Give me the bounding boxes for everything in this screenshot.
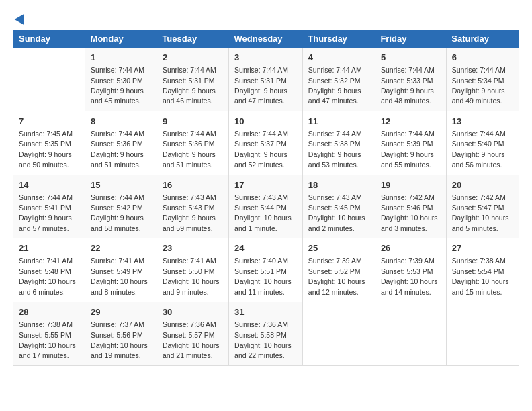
day-info: Sunrise: 7:44 AM Sunset: 5:31 PM Dayligh… bbox=[163, 66, 216, 105]
day-info: Sunrise: 7:44 AM Sunset: 5:32 PM Dayligh… bbox=[308, 66, 362, 105]
day-header-saturday: Saturday bbox=[446, 30, 519, 48]
day-info: Sunrise: 7:38 AM Sunset: 5:55 PM Dayligh… bbox=[19, 320, 76, 359]
day-number: 6 bbox=[452, 52, 513, 64]
calendar-cell: 17Sunrise: 7:43 AM Sunset: 5:44 PM Dayli… bbox=[229, 175, 303, 238]
calendar-cell: 6Sunrise: 7:44 AM Sunset: 5:34 PM Daylig… bbox=[446, 48, 519, 111]
day-number: 22 bbox=[91, 242, 151, 255]
day-info: Sunrise: 7:44 AM Sunset: 5:37 PM Dayligh… bbox=[234, 130, 288, 169]
day-number: 31 bbox=[234, 306, 297, 318]
day-info: Sunrise: 7:39 AM Sunset: 5:53 PM Dayligh… bbox=[381, 257, 438, 295]
calendar-cell: 11Sunrise: 7:44 AM Sunset: 5:38 PM Dayli… bbox=[302, 111, 375, 175]
calendar-cell: 4Sunrise: 7:44 AM Sunset: 5:32 PM Daylig… bbox=[302, 48, 375, 111]
day-info: Sunrise: 7:45 AM Sunset: 5:35 PM Dayligh… bbox=[19, 130, 73, 169]
page-header bbox=[13, 13, 519, 23]
day-info: Sunrise: 7:42 AM Sunset: 5:46 PM Dayligh… bbox=[381, 193, 438, 232]
day-header-wednesday: Wednesday bbox=[229, 30, 303, 48]
calendar-cell: 27Sunrise: 7:38 AM Sunset: 5:54 PM Dayli… bbox=[446, 238, 519, 302]
day-info: Sunrise: 7:43 AM Sunset: 5:45 PM Dayligh… bbox=[308, 193, 365, 232]
calendar-cell: 22Sunrise: 7:41 AM Sunset: 5:49 PM Dayli… bbox=[85, 238, 157, 302]
day-number: 7 bbox=[19, 116, 79, 128]
day-number: 27 bbox=[452, 242, 513, 255]
calendar-cell: 9Sunrise: 7:44 AM Sunset: 5:36 PM Daylig… bbox=[157, 111, 228, 175]
day-info: Sunrise: 7:44 AM Sunset: 5:42 PM Dayligh… bbox=[91, 193, 144, 232]
logo-triangle-icon bbox=[15, 11, 29, 25]
day-number: 18 bbox=[308, 179, 369, 191]
day-number: 29 bbox=[91, 306, 151, 318]
day-info: Sunrise: 7:44 AM Sunset: 5:33 PM Dayligh… bbox=[381, 66, 435, 105]
day-number: 21 bbox=[19, 242, 79, 255]
day-number: 5 bbox=[381, 52, 441, 64]
calendar-cell: 23Sunrise: 7:41 AM Sunset: 5:50 PM Dayli… bbox=[157, 238, 228, 302]
day-number: 17 bbox=[234, 179, 297, 191]
calendar-cell: 18Sunrise: 7:43 AM Sunset: 5:45 PM Dayli… bbox=[302, 175, 375, 238]
day-header-friday: Friday bbox=[375, 30, 446, 48]
day-info: Sunrise: 7:41 AM Sunset: 5:49 PM Dayligh… bbox=[91, 257, 148, 295]
calendar-cell: 19Sunrise: 7:42 AM Sunset: 5:46 PM Dayli… bbox=[375, 175, 446, 238]
day-info: Sunrise: 7:44 AM Sunset: 5:40 PM Dayligh… bbox=[452, 130, 506, 169]
calendar-cell: 20Sunrise: 7:42 AM Sunset: 5:47 PM Dayli… bbox=[446, 175, 519, 238]
calendar-cell: 12Sunrise: 7:44 AM Sunset: 5:39 PM Dayli… bbox=[375, 111, 446, 175]
calendar-cell bbox=[302, 302, 375, 366]
calendar-cell bbox=[446, 302, 519, 366]
week-row-3: 14Sunrise: 7:44 AM Sunset: 5:41 PM Dayli… bbox=[13, 175, 519, 238]
calendar-cell: 1Sunrise: 7:44 AM Sunset: 5:30 PM Daylig… bbox=[85, 48, 157, 111]
calendar-header-row: SundayMondayTuesdayWednesdayThursdayFrid… bbox=[13, 30, 519, 48]
calendar-cell: 26Sunrise: 7:39 AM Sunset: 5:53 PM Dayli… bbox=[375, 238, 446, 302]
calendar-cell bbox=[13, 48, 85, 111]
calendar-cell: 13Sunrise: 7:44 AM Sunset: 5:40 PM Dayli… bbox=[446, 111, 519, 175]
day-info: Sunrise: 7:43 AM Sunset: 5:43 PM Dayligh… bbox=[163, 193, 216, 232]
day-info: Sunrise: 7:44 AM Sunset: 5:36 PM Dayligh… bbox=[163, 130, 216, 169]
day-number: 28 bbox=[19, 306, 79, 318]
day-number: 23 bbox=[163, 242, 223, 255]
day-info: Sunrise: 7:41 AM Sunset: 5:50 PM Dayligh… bbox=[163, 257, 220, 295]
day-header-thursday: Thursday bbox=[302, 30, 375, 48]
day-info: Sunrise: 7:44 AM Sunset: 5:34 PM Dayligh… bbox=[452, 66, 506, 105]
logo bbox=[13, 13, 27, 23]
calendar-cell: 8Sunrise: 7:44 AM Sunset: 5:36 PM Daylig… bbox=[85, 111, 157, 175]
calendar-cell: 3Sunrise: 7:44 AM Sunset: 5:31 PM Daylig… bbox=[229, 48, 303, 111]
calendar-cell: 28Sunrise: 7:38 AM Sunset: 5:55 PM Dayli… bbox=[13, 302, 85, 366]
calendar-cell: 31Sunrise: 7:36 AM Sunset: 5:58 PM Dayli… bbox=[229, 302, 303, 366]
day-info: Sunrise: 7:36 AM Sunset: 5:58 PM Dayligh… bbox=[234, 320, 292, 359]
day-info: Sunrise: 7:39 AM Sunset: 5:52 PM Dayligh… bbox=[308, 257, 365, 295]
day-number: 14 bbox=[19, 179, 79, 191]
day-number: 9 bbox=[163, 116, 223, 128]
day-info: Sunrise: 7:40 AM Sunset: 5:51 PM Dayligh… bbox=[234, 257, 292, 295]
calendar-cell: 29Sunrise: 7:37 AM Sunset: 5:56 PM Dayli… bbox=[85, 302, 157, 366]
day-number: 8 bbox=[91, 116, 151, 128]
calendar-cell: 24Sunrise: 7:40 AM Sunset: 5:51 PM Dayli… bbox=[229, 238, 303, 302]
day-info: Sunrise: 7:44 AM Sunset: 5:39 PM Dayligh… bbox=[381, 130, 435, 169]
day-info: Sunrise: 7:36 AM Sunset: 5:57 PM Dayligh… bbox=[163, 320, 220, 359]
day-number: 24 bbox=[234, 242, 297, 255]
day-number: 10 bbox=[234, 116, 297, 128]
week-row-4: 21Sunrise: 7:41 AM Sunset: 5:48 PM Dayli… bbox=[13, 238, 519, 302]
calendar-cell: 30Sunrise: 7:36 AM Sunset: 5:57 PM Dayli… bbox=[157, 302, 228, 366]
day-header-tuesday: Tuesday bbox=[157, 30, 228, 48]
calendar-cell: 2Sunrise: 7:44 AM Sunset: 5:31 PM Daylig… bbox=[157, 48, 228, 111]
day-info: Sunrise: 7:43 AM Sunset: 5:44 PM Dayligh… bbox=[234, 193, 292, 232]
day-number: 2 bbox=[163, 52, 223, 64]
calendar-cell: 10Sunrise: 7:44 AM Sunset: 5:37 PM Dayli… bbox=[229, 111, 303, 175]
week-row-5: 28Sunrise: 7:38 AM Sunset: 5:55 PM Dayli… bbox=[13, 302, 519, 366]
day-info: Sunrise: 7:37 AM Sunset: 5:56 PM Dayligh… bbox=[91, 320, 148, 359]
day-number: 20 bbox=[452, 179, 513, 191]
calendar-cell: 5Sunrise: 7:44 AM Sunset: 5:33 PM Daylig… bbox=[375, 48, 446, 111]
day-info: Sunrise: 7:38 AM Sunset: 5:54 PM Dayligh… bbox=[452, 257, 509, 295]
day-number: 13 bbox=[452, 116, 513, 128]
calendar-table: SundayMondayTuesdayWednesdayThursdayFrid… bbox=[13, 30, 519, 366]
day-header-monday: Monday bbox=[85, 30, 157, 48]
day-number: 11 bbox=[308, 116, 369, 128]
day-number: 30 bbox=[163, 306, 223, 318]
day-number: 15 bbox=[91, 179, 151, 191]
day-number: 12 bbox=[381, 116, 441, 128]
day-info: Sunrise: 7:44 AM Sunset: 5:36 PM Dayligh… bbox=[91, 130, 144, 169]
day-header-sunday: Sunday bbox=[13, 30, 85, 48]
day-info: Sunrise: 7:44 AM Sunset: 5:30 PM Dayligh… bbox=[91, 66, 144, 105]
calendar-cell: 15Sunrise: 7:44 AM Sunset: 5:42 PM Dayli… bbox=[85, 175, 157, 238]
day-info: Sunrise: 7:42 AM Sunset: 5:47 PM Dayligh… bbox=[452, 193, 509, 232]
calendar-cell: 25Sunrise: 7:39 AM Sunset: 5:52 PM Dayli… bbox=[302, 238, 375, 302]
day-number: 3 bbox=[234, 52, 297, 64]
day-number: 1 bbox=[91, 52, 151, 64]
week-row-1: 1Sunrise: 7:44 AM Sunset: 5:30 PM Daylig… bbox=[13, 48, 519, 111]
day-info: Sunrise: 7:44 AM Sunset: 5:31 PM Dayligh… bbox=[234, 66, 288, 105]
